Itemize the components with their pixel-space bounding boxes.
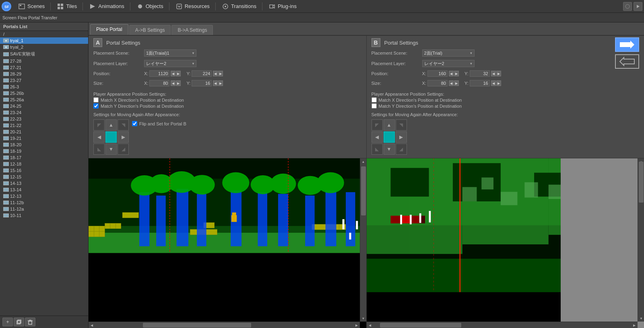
scroll-right-b[interactable]: ▶ <box>631 322 638 328</box>
dir-btn-ur-b[interactable]: ◥ <box>396 119 407 131</box>
delete-portal-btn[interactable] <box>25 318 35 326</box>
scroll-right-a[interactable]: ▶ <box>353 322 360 328</box>
sidebar-item-12-15[interactable]: 12-15 <box>0 174 88 180</box>
sidebar-item-save_lab[interactable]: SAVE実験場 <box>0 50 88 58</box>
pos-y-input-a[interactable] <box>192 70 212 77</box>
dir-btn-dr-a[interactable]: ◢ <box>118 144 129 155</box>
scroll-left-a[interactable]: ◀ <box>89 322 95 328</box>
menu-resources[interactable]: Resources <box>171 1 214 12</box>
sidebar-item-12-18[interactable]: 12-18 <box>0 161 88 167</box>
scene-canvas-b[interactable]: ◀ ▶ ▲ ▼ <box>367 158 644 328</box>
pos-x-inc-a[interactable]: ▶ <box>176 71 181 76</box>
scroll-thumb-h-b[interactable] <box>380 323 461 328</box>
sidebar-item-26-3[interactable]: 26-3 <box>0 84 88 90</box>
sidebar-item-22-23[interactable]: 22-23 <box>0 116 88 122</box>
copy-portal-btn[interactable] <box>14 318 24 326</box>
dir-btn-down-a[interactable]: ▼ <box>105 144 117 155</box>
dir-btn-center-a[interactable] <box>105 131 117 143</box>
sidebar-item-tryal_1[interactable]: ▼ tryal_1 <box>0 37 88 44</box>
placement-scene-select-b[interactable]: 2面(Trial) 1面(Traial)1 <box>422 49 475 57</box>
scroll-top-a[interactable]: ▲ <box>360 158 366 165</box>
pos-y-dec-b[interactable]: ◀ <box>491 71 496 76</box>
scroll-bottom-b[interactable]: ▼ <box>638 315 644 322</box>
size-x-inc-b[interactable]: ▶ <box>454 80 459 86</box>
scrollbar-v-b[interactable]: ▲ ▼ <box>638 158 644 322</box>
size-x-input-b[interactable] <box>427 80 448 86</box>
sidebar-item-14-13[interactable]: 14-13 <box>0 180 88 187</box>
pos-y-input-b[interactable] <box>470 70 490 77</box>
tab-a-b-settings[interactable]: A->B Settings <box>129 25 171 35</box>
window-minimize-btn[interactable] <box>623 2 632 11</box>
scrollbar-h-a[interactable]: ◀ ▶ <box>89 322 360 328</box>
window-play-btn[interactable] <box>634 2 642 11</box>
sidebar-item-13-14[interactable]: 13-14 <box>0 187 88 193</box>
pos-x-input-b[interactable] <box>427 70 448 77</box>
menu-scenes[interactable]: Scenes <box>14 1 49 12</box>
size-x-input-a[interactable] <box>149 80 169 86</box>
tab-place-portal[interactable]: Place Portal <box>90 24 128 35</box>
size-y-input-a[interactable] <box>192 80 212 86</box>
pos-x-dec-b[interactable]: ◀ <box>449 71 454 76</box>
pos-y-inc-a[interactable]: ▶ <box>218 71 223 76</box>
scrollbar-h-b[interactable]: ◀ ▶ <box>367 322 638 328</box>
pos-x-dec-a[interactable]: ◀ <box>171 71 175 76</box>
sidebar-item-23-27[interactable]: 23-27 <box>0 77 88 84</box>
sidebar-item-root[interactable]: / <box>0 31 88 37</box>
dir-btn-ul-b[interactable]: ◤ <box>372 119 383 131</box>
dir-btn-dr-b[interactable]: ◢ <box>396 144 407 155</box>
flip-checkbox[interactable] <box>132 121 137 126</box>
dir-btn-right-a[interactable]: ▶ <box>118 131 129 143</box>
checkbox-x-b[interactable] <box>372 97 377 102</box>
sidebar-item-27-21[interactable]: 27-21 <box>0 64 88 71</box>
pos-y-inc-b[interactable]: ▶ <box>496 71 501 76</box>
placement-scene-select-a[interactable]: 1面(Traial)1 2面(Trial) <box>144 49 196 57</box>
size-y-dec-a[interactable]: ◀ <box>213 80 218 86</box>
sidebar-item-12-13[interactable]: 12-13 <box>0 193 88 199</box>
scrollbar-v-a[interactable]: ▲ ▼ <box>360 158 366 322</box>
portal-arrow-left-b[interactable] <box>615 54 639 69</box>
menu-objects[interactable]: Objects <box>132 1 167 12</box>
sidebar-item-18-20[interactable]: 18-20 <box>0 141 88 148</box>
pos-x-inc-b[interactable]: ▶ <box>454 71 459 76</box>
sidebar-item-11-12b[interactable]: 11-12b <box>0 199 88 206</box>
dir-btn-down-b[interactable]: ▼ <box>384 144 395 155</box>
placement-layer-select-a[interactable]: レイヤー2 レイヤー1 レイヤー3 <box>144 60 196 67</box>
sidebar-item-23-24[interactable]: 23-24 <box>0 109 88 116</box>
size-x-inc-a[interactable]: ▶ <box>176 80 181 86</box>
menu-tiles[interactable]: Tiles <box>52 1 81 12</box>
sidebar-item-15-16[interactable]: 15-16 <box>0 167 88 174</box>
dir-btn-left-a[interactable]: ◀ <box>93 131 105 143</box>
scene-canvas-a[interactable]: ◀ ▶ ▲ ▼ <box>89 158 366 328</box>
sidebar-item-28-29[interactable]: 28-29 <box>0 71 88 77</box>
sidebar-item-tryal_2[interactable]: ▼ tryal_2 <box>0 44 88 50</box>
sidebar-item-19-21[interactable]: 19-21 <box>0 135 88 141</box>
size-y-input-b[interactable] <box>470 80 490 86</box>
dir-btn-up-b[interactable]: ▲ <box>384 119 395 131</box>
pos-x-input-a[interactable] <box>149 70 169 77</box>
placement-layer-select-b[interactable]: レイヤー2 レイヤー1 レイヤー3 <box>422 60 475 67</box>
dir-btn-left-b[interactable]: ◀ <box>372 131 383 143</box>
menu-plugins[interactable]: Plug-ins <box>264 1 301 12</box>
dir-btn-up-a[interactable]: ▲ <box>105 119 117 131</box>
dir-btn-center-b[interactable] <box>384 131 395 143</box>
sidebar-item-10-11[interactable]: 10-11 <box>0 212 88 219</box>
checkbox-y-b[interactable] <box>372 103 377 109</box>
size-y-dec-b[interactable]: ◀ <box>491 80 496 86</box>
sidebar-item-21-22[interactable]: 21-22 <box>0 122 88 129</box>
sidebar-item-20-21[interactable]: 20-21 <box>0 129 88 135</box>
sidebar-item-25-26b[interactable]: 25-26b <box>0 90 88 96</box>
sidebar-item-18-17[interactable]: 18-17 <box>0 154 88 161</box>
tab-b-a-settings[interactable]: B->A Settings <box>171 25 213 35</box>
dir-btn-right-b[interactable]: ▶ <box>396 131 407 143</box>
checkbox-x-a[interactable] <box>93 97 99 102</box>
size-x-dec-b[interactable]: ◀ <box>449 80 454 86</box>
scroll-thumb-v-a[interactable] <box>361 166 366 215</box>
dir-btn-ur-a[interactable]: ◥ <box>118 119 129 131</box>
scroll-left-b[interactable]: ◀ <box>367 322 373 328</box>
add-portal-btn[interactable]: + <box>2 318 13 326</box>
scroll-bottom-a[interactable]: ▼ <box>360 315 366 322</box>
scroll-thumb-v-b[interactable] <box>639 162 644 203</box>
scroll-thumb-h-a[interactable] <box>143 323 251 328</box>
size-y-inc-a[interactable]: ▶ <box>218 80 223 86</box>
sidebar-item-27-28[interactable]: 27-28 <box>0 58 88 64</box>
